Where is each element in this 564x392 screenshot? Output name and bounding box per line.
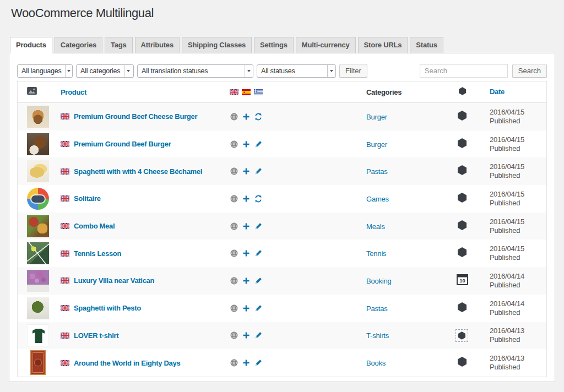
product-thumbnail[interactable] [27, 133, 49, 155]
category-link[interactable]: Pastas [366, 167, 388, 176]
product-thumbnail[interactable] [27, 297, 49, 319]
edit-translation-icon[interactable] [254, 249, 262, 257]
globe-icon[interactable] [230, 359, 238, 367]
product-thumbnail[interactable] [27, 242, 49, 264]
product-thumbnail[interactable] [27, 270, 49, 292]
product-name-link[interactable]: Luxury Villa near Vatican [74, 276, 154, 285]
product-name-link[interactable]: Spaghetti with with 4 Cheese Béchamel [74, 167, 202, 176]
languages-filter[interactable]: All languages [17, 64, 73, 78]
category-link[interactable]: Meals [366, 222, 385, 231]
product-thumbnail[interactable] [27, 352, 49, 374]
tab-categories[interactable]: Categories [55, 37, 102, 53]
product-thumbnail[interactable] [27, 324, 49, 346]
product-column-header[interactable]: Product [61, 88, 86, 96]
tab-attributes[interactable]: Attributes [135, 37, 180, 53]
edit-translation-icon[interactable] [254, 359, 262, 367]
status-value: Published [490, 253, 546, 262]
category-link[interactable]: Burger [366, 140, 387, 149]
globe-icon[interactable] [230, 113, 238, 121]
uk-flag-icon [230, 89, 238, 95]
add-translation-icon[interactable] [242, 167, 250, 175]
product-name-link[interactable]: Solitaire [74, 194, 101, 203]
product-type-hexagon-icon [458, 247, 467, 259]
category-link[interactable]: T-shirts [366, 331, 389, 340]
tab-shipping-classes[interactable]: Shipping Classes [182, 37, 252, 53]
product-name-link[interactable]: LOVER t-shirt [74, 331, 118, 340]
categories-filter[interactable]: All categories [76, 64, 134, 78]
category-link[interactable]: Tennis [366, 249, 386, 258]
edit-translation-icon[interactable] [254, 331, 262, 339]
table-row: Spaghetti with with 4 Cheese Béchamel [18, 157, 546, 185]
update-translation-icon[interactable] [254, 195, 262, 203]
product-type-column-icon [459, 87, 466, 97]
add-translation-icon[interactable] [242, 113, 250, 121]
uk-flag-icon [61, 141, 69, 147]
product-name-link[interactable]: Combo Meal [74, 222, 115, 230]
globe-icon[interactable] [230, 140, 238, 148]
product-name-link[interactable]: Premium Ground Beef Cheese Burger [74, 112, 197, 121]
add-translation-icon[interactable] [242, 222, 250, 230]
date-value: 2016/04/15 [490, 135, 546, 144]
add-translation-icon[interactable] [242, 277, 250, 285]
table-row: Luxury Villa near Vatican [18, 267, 546, 295]
tab-status[interactable]: Status [410, 37, 443, 53]
tab-store-urls[interactable]: Store URLs [358, 37, 408, 53]
status-value: Published [490, 144, 546, 153]
add-translation-icon[interactable] [242, 195, 250, 203]
product-thumbnail[interactable] [27, 215, 49, 237]
product-thumbnail[interactable] [27, 106, 49, 128]
product-name-link[interactable]: Tennis Lesson [74, 249, 121, 258]
categories-column-header: Categories [366, 88, 402, 96]
update-translation-icon[interactable] [254, 113, 262, 121]
edit-translation-icon[interactable] [254, 222, 262, 230]
date-column-header[interactable]: Date [490, 88, 505, 96]
tab-settings[interactable]: Settings [254, 37, 294, 53]
edit-translation-icon[interactable] [254, 140, 262, 148]
table-row: Spaghetti with Pesto [18, 295, 546, 322]
tab-tags[interactable]: Tags [105, 37, 133, 53]
product-thumbnail[interactable] [27, 188, 49, 210]
categories-filter-value: All categories [77, 65, 124, 77]
globe-icon[interactable] [230, 304, 238, 312]
add-translation-icon[interactable] [242, 249, 250, 257]
globe-icon[interactable] [230, 195, 238, 203]
product-type-hexagon-selected-icon [455, 329, 468, 342]
table-row: Tennis Lesson [18, 239, 546, 267]
category-link[interactable]: Books [366, 359, 386, 367]
status-value: Published [490, 171, 546, 180]
add-translation-icon[interactable] [242, 359, 250, 367]
product-name-link[interactable]: Premium Ground Beef Burger [74, 140, 171, 148]
tab-products[interactable]: Products [10, 37, 52, 53]
category-link[interactable]: Games [366, 195, 389, 203]
add-translation-icon[interactable] [242, 140, 250, 148]
product-thumbnail[interactable] [27, 160, 49, 182]
main-panel: All languages All categories All transla… [9, 53, 555, 382]
globe-icon[interactable] [230, 277, 238, 285]
product-type-hexagon-icon [458, 165, 467, 177]
edit-translation-icon[interactable] [254, 277, 262, 285]
tab-multi-currency[interactable]: Multi-currency [296, 37, 356, 53]
edit-translation-icon[interactable] [254, 304, 262, 312]
table-rows: Premium Ground Beef Cheese Burger [18, 103, 546, 377]
date-value: 2016/04/15 [490, 217, 546, 226]
status-filter[interactable]: All statuses [257, 64, 336, 78]
spain-flag-icon [242, 89, 251, 95]
category-link[interactable]: Booking [366, 277, 392, 285]
edit-translation-icon[interactable] [254, 167, 262, 175]
globe-icon[interactable] [230, 331, 238, 339]
translation-status-filter[interactable]: All translation statuses [137, 64, 253, 78]
uk-flag-icon [61, 360, 69, 366]
status-value: Published [490, 363, 546, 372]
add-translation-icon[interactable] [242, 304, 250, 312]
add-translation-icon[interactable] [242, 331, 250, 339]
search-button[interactable]: Search [512, 64, 547, 78]
globe-icon[interactable] [230, 222, 238, 230]
filter-button[interactable]: Filter [339, 64, 367, 78]
search-input[interactable] [420, 64, 508, 78]
globe-icon[interactable] [230, 167, 238, 175]
product-name-link[interactable]: Spaghetti with Pesto [74, 304, 141, 312]
globe-icon[interactable] [230, 249, 238, 257]
category-link[interactable]: Burger [366, 113, 387, 121]
product-name-link[interactable]: Around the World in Eighty Days [74, 359, 180, 367]
category-link[interactable]: Pastas [366, 304, 388, 313]
